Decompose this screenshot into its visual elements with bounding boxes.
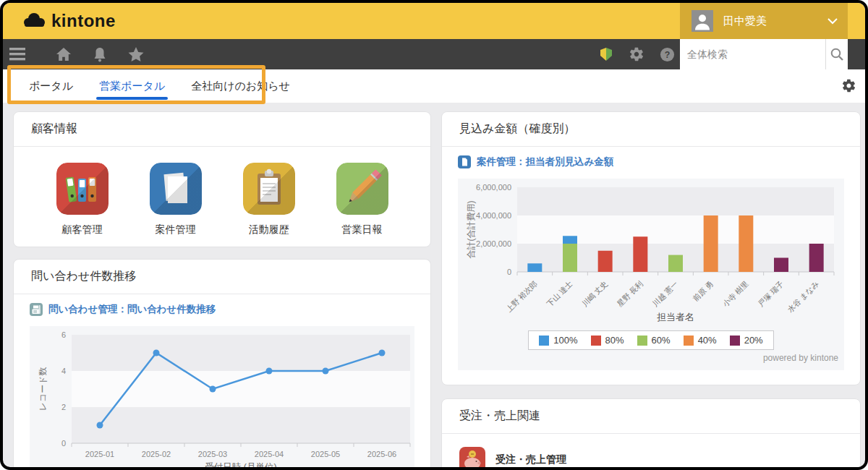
fax-app-icon — [30, 303, 43, 316]
legend-swatch — [730, 336, 740, 346]
svg-text:受付日時 (月単位): 受付日時 (月単位) — [205, 462, 276, 470]
chevron-down-icon — [827, 18, 838, 25]
svg-text:6: 6 — [61, 330, 66, 339]
customer-management-binders-icon — [56, 163, 109, 215]
activity-history-clipboard-icon — [243, 163, 295, 215]
portal-settings-gear-icon[interactable] — [841, 78, 856, 96]
svg-text:0: 0 — [507, 268, 511, 276]
app-activity-history[interactable]: 活動履歴 — [243, 163, 295, 236]
inquiry-chart-link-label: 問い合わせ管理：問い合わせ件数推移 — [48, 303, 216, 316]
home-icon[interactable] — [55, 46, 72, 63]
svg-text:?: ? — [664, 50, 670, 60]
svg-text:2025-06: 2025-06 — [367, 450, 396, 458]
app-label: 顧客管理 — [62, 223, 103, 236]
legend-item: 60% — [637, 335, 671, 346]
customer-info-card: 顧客情報 顧客管理 — [13, 111, 431, 247]
logo-text: kintone — [51, 11, 116, 31]
orders-sales-card: 受注・売上関連 受注・売上管理 — [441, 398, 861, 470]
svg-text:4: 4 — [61, 367, 66, 375]
forecast-amount-title: 見込み金額（確度別） — [442, 112, 860, 147]
legend-swatch — [684, 336, 694, 346]
legend-swatch — [539, 336, 549, 346]
line-chart-widget: 02462025-012025-022025-032025-042025-052… — [30, 326, 414, 470]
svg-text:0: 0 — [61, 439, 66, 448]
tab-sales-portal[interactable]: 営業ポータル — [86, 69, 178, 103]
powered-by-label: powered by kintone — [464, 353, 838, 363]
orders-sales-app-label: 受注・売上管理 — [495, 453, 566, 466]
svg-text:戸塚 瑞子: 戸塚 瑞子 — [756, 279, 786, 309]
user-name: 田中愛美 — [723, 14, 827, 28]
svg-text:2025-05: 2025-05 — [311, 450, 340, 458]
app-window: kintone 田中愛美 — [0, 0, 868, 470]
svg-text:前原 勇: 前原 勇 — [691, 279, 715, 303]
cloud-logo-icon — [22, 12, 46, 30]
app-label: 案件管理 — [156, 223, 196, 236]
kintone-logo[interactable]: kintone — [22, 11, 116, 31]
svg-text:川越 憲一: 川越 憲一 — [650, 279, 679, 308]
top-header: kintone 田中愛美 — [3, 3, 865, 39]
svg-text:担当者名: 担当者名 — [657, 312, 694, 322]
user-avatar-icon — [692, 10, 713, 32]
hamburger-menu-icon[interactable] — [9, 46, 26, 63]
bar-chart-widget: 02,000,0004,000,0006,000,000上野 裕次郎下山 達士川… — [458, 179, 844, 370]
global-search — [680, 39, 848, 69]
toolbar: ? — [3, 39, 865, 69]
tab-portal[interactable]: ポータル — [16, 69, 86, 103]
tab-company-news[interactable]: 全社向けのお知らせ — [178, 69, 303, 103]
app-label: 活動履歴 — [249, 223, 289, 236]
forecast-chart-link[interactable]: 案件管理：担当者別見込み金額 — [442, 147, 860, 171]
svg-text:2025-02: 2025-02 — [142, 450, 171, 458]
legend-swatch — [591, 336, 601, 346]
svg-text:合計(合計費用): 合計(合計費用) — [466, 201, 476, 259]
deal-app-small-icon — [458, 155, 471, 168]
piggy-bank-icon — [459, 447, 485, 470]
legend-item: 20% — [730, 335, 763, 346]
beginner-guide-icon[interactable] — [597, 46, 615, 63]
svg-text:2,000,000: 2,000,000 — [476, 239, 511, 248]
search-input[interactable] — [680, 39, 825, 69]
chart-legend: 100%80%60%40%20% — [528, 330, 773, 350]
inquiry-line-chart: 02462025-012025-022025-032025-042025-052… — [35, 330, 417, 470]
forecast-bar-chart: 02,000,0004,000,0006,000,000上野 裕次郎下山 達士川… — [464, 183, 840, 326]
svg-text:2025-03: 2025-03 — [198, 450, 227, 458]
svg-text:川嶋 丈史: 川嶋 丈史 — [580, 279, 609, 308]
app-sales-daily-report[interactable]: 営業日報 — [336, 163, 388, 236]
customer-info-title: 顧客情報 — [14, 112, 430, 147]
svg-text:2025-01: 2025-01 — [85, 450, 114, 458]
orders-sales-title: 受注・売上関連 — [442, 399, 860, 434]
app-label: 営業日報 — [342, 223, 383, 236]
settings-gear-icon[interactable] — [628, 46, 645, 63]
app-deal-management[interactable]: 案件管理 — [150, 163, 202, 236]
svg-text:2: 2 — [61, 403, 66, 411]
user-menu[interactable]: 田中愛美 — [680, 3, 848, 39]
inquiry-chart-link[interactable]: 問い合わせ管理：問い合わせ件数推移 — [14, 294, 430, 319]
legend-item: 100% — [539, 335, 577, 346]
svg-text:上野 裕次郎: 上野 裕次郎 — [504, 279, 539, 314]
svg-text:レコード数: レコード数 — [38, 367, 48, 411]
notifications-bell-icon[interactable] — [91, 46, 109, 63]
legend-item: 80% — [591, 335, 624, 346]
search-button[interactable] — [825, 39, 848, 69]
legend-item: 40% — [684, 335, 717, 346]
svg-text:4,000,000: 4,000,000 — [476, 211, 511, 220]
portal-content: 顧客情報 顧客管理 — [3, 103, 865, 470]
svg-text:下山 達士: 下山 達士 — [544, 279, 574, 309]
svg-text:水谷 まなみ: 水谷 まなみ — [786, 279, 820, 314]
svg-text:小寺 樹里: 小寺 樹里 — [720, 279, 749, 308]
deal-management-document-icon — [150, 163, 202, 215]
forecast-amount-card: 見込み金額（確度別） 案件管理：担当者別見込み金額 02,000,0004,00… — [441, 111, 861, 385]
inquiry-trend-title: 問い合わせ件数推移 — [14, 260, 430, 294]
app-customer-management[interactable]: 顧客管理 — [56, 163, 109, 236]
svg-text:2025-04: 2025-04 — [255, 450, 284, 458]
legend-swatch — [637, 336, 647, 346]
svg-text:星野 長利: 星野 長利 — [615, 279, 644, 308]
svg-text:6,000,000: 6,000,000 — [476, 183, 511, 192]
portal-tab-bar: ポータル 営業ポータル 全社向けのお知らせ — [3, 69, 865, 103]
favorites-star-icon[interactable] — [127, 46, 145, 63]
forecast-chart-link-label: 案件管理：担当者別見込み金額 — [477, 155, 613, 168]
sales-report-pencil-icon — [336, 163, 388, 215]
orders-sales-app-link[interactable]: 受注・売上管理 — [442, 440, 860, 470]
inquiry-trend-card: 問い合わせ件数推移 問い合わせ管理：問い合わせ件数推移 02462025-012… — [13, 259, 431, 470]
help-question-icon[interactable]: ? — [658, 46, 676, 63]
